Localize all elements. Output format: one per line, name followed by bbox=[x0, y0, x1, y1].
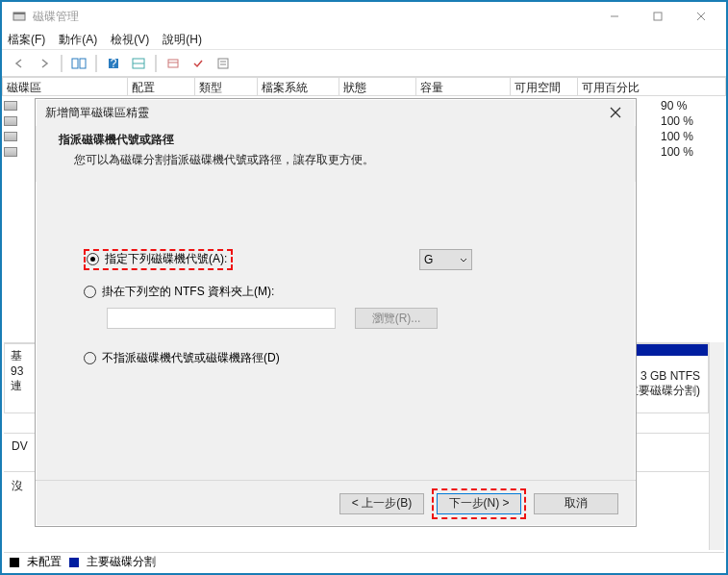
col-layout[interactable]: 配置 bbox=[128, 78, 195, 95]
svg-text:?: ? bbox=[111, 57, 117, 70]
row-percent: 100 % bbox=[657, 129, 724, 144]
browse-button: 瀏覽(R)... bbox=[355, 308, 438, 329]
cancel-button[interactable]: 取消 bbox=[534, 493, 618, 514]
wizard-heading: 指派磁碟機代號或路徑 bbox=[59, 132, 613, 148]
col-volume[interactable]: 磁碟區 bbox=[3, 78, 128, 95]
disk-icon bbox=[4, 116, 17, 126]
svg-rect-3 bbox=[654, 12, 662, 20]
maximize-button[interactable] bbox=[636, 3, 679, 30]
radio-mount-label: 掛在下列空的 NTFS 資料夾上(M): bbox=[102, 284, 274, 300]
close-icon[interactable] bbox=[605, 102, 626, 123]
mount-path-input[interactable] bbox=[107, 308, 336, 329]
radio-assign-label: 指定下列磁碟機代號(A): bbox=[105, 251, 227, 267]
col-type[interactable]: 類型 bbox=[195, 78, 258, 95]
wizard-title: 新增簡單磁碟區精靈 bbox=[45, 105, 605, 121]
app-icon bbox=[12, 9, 27, 24]
view-icon[interactable] bbox=[67, 53, 90, 74]
row-percent: 100 % bbox=[657, 144, 724, 160]
legend-primary: 主要磁碟分割 bbox=[87, 554, 156, 570]
disk-icon bbox=[4, 147, 17, 157]
check-icon[interactable] bbox=[187, 53, 210, 74]
chevron-down-icon bbox=[460, 253, 467, 266]
forward-icon[interactable] bbox=[33, 53, 56, 74]
column-headers: 磁碟區 配置 類型 檔案系統 狀態 容量 可用空間 可用百分比 bbox=[2, 77, 726, 96]
row-percent: 100 % bbox=[657, 113, 724, 129]
back-icon[interactable] bbox=[8, 53, 31, 74]
drive-letter-value: G bbox=[424, 253, 433, 266]
next-button[interactable]: 下一步(N) > bbox=[437, 493, 521, 514]
disk-icon bbox=[4, 101, 17, 111]
separator bbox=[61, 55, 63, 72]
col-percent[interactable]: 可用百分比 bbox=[578, 78, 725, 95]
refresh-icon[interactable] bbox=[127, 53, 150, 74]
props-icon[interactable] bbox=[212, 53, 235, 74]
drive-label: DV bbox=[12, 439, 28, 453]
title-bar: 磁碟管理 bbox=[2, 2, 726, 31]
wizard-dialog: 新增簡單磁碟區精靈 指派磁碟機代號或路徑 您可以為磁碟分割指派磁碟機代號或路徑，… bbox=[35, 98, 637, 527]
col-free[interactable]: 可用空間 bbox=[511, 78, 578, 95]
col-status[interactable]: 狀態 bbox=[339, 78, 416, 95]
row-percent: 90 % bbox=[657, 98, 724, 113]
col-fs[interactable]: 檔案系統 bbox=[258, 78, 339, 95]
col-capacity[interactable]: 容量 bbox=[416, 78, 511, 95]
svg-rect-12 bbox=[168, 60, 178, 67]
wizard-subheading: 您可以為磁碟分割指派磁碟機代號或路徑，讓存取更方便。 bbox=[59, 152, 613, 168]
drive-status: 沒 bbox=[12, 479, 23, 492]
legend-square-primary bbox=[69, 558, 79, 567]
menu-bar: 檔案(F) 動作(A) 檢視(V) 說明(H) bbox=[2, 31, 726, 50]
highlight-next-button: 下一步(N) > bbox=[432, 488, 526, 519]
separator bbox=[95, 55, 97, 72]
svg-rect-6 bbox=[72, 59, 78, 68]
help-icon[interactable]: ? bbox=[102, 53, 125, 74]
toolbar: ? bbox=[2, 50, 726, 77]
radio-none-label: 不指派磁碟機代號或磁碟機路徑(D) bbox=[102, 350, 280, 366]
back-button[interactable]: < 上一步(B) bbox=[339, 493, 424, 514]
menu-view[interactable]: 檢視(V) bbox=[111, 32, 149, 48]
menu-help[interactable]: 說明(H) bbox=[163, 32, 202, 48]
list-icon[interactable] bbox=[162, 53, 185, 74]
radio-no-assign[interactable] bbox=[84, 352, 96, 364]
app-title: 磁碟管理 bbox=[33, 9, 592, 25]
legend-unallocated: 未配置 bbox=[27, 554, 62, 570]
radio-mount-folder[interactable] bbox=[84, 286, 96, 298]
menu-action[interactable]: 動作(A) bbox=[59, 32, 97, 48]
disk-icon bbox=[4, 132, 17, 141]
drive-letter-combo[interactable]: G bbox=[419, 249, 472, 270]
separator bbox=[155, 55, 157, 72]
svg-rect-1 bbox=[13, 12, 25, 14]
radio-assign-letter[interactable] bbox=[87, 253, 99, 265]
minimize-button[interactable] bbox=[592, 3, 636, 30]
scrollbar[interactable] bbox=[709, 342, 724, 550]
highlight-assign-option: 指定下列磁碟機代號(A): bbox=[84, 249, 233, 270]
browse-label: 瀏覽(R)... bbox=[372, 311, 421, 327]
svg-rect-14 bbox=[218, 59, 228, 68]
svg-rect-7 bbox=[80, 59, 86, 68]
status-bar: 未配置 主要磁碟分割 bbox=[4, 552, 724, 571]
close-button[interactable] bbox=[679, 3, 722, 30]
legend-square-unallocated bbox=[10, 558, 19, 567]
menu-file[interactable]: 檔案(F) bbox=[8, 32, 45, 48]
